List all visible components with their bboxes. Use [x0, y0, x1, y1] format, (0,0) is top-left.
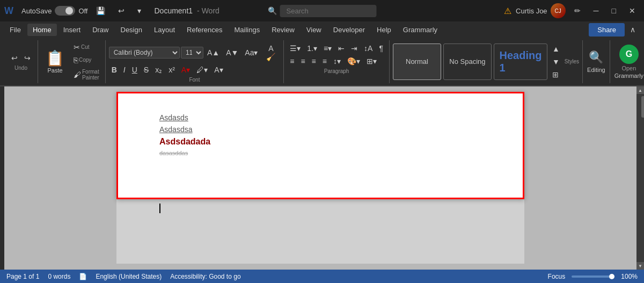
para-row1: ☰▾ 1.▾ ≡▾ ⇤ ⇥ ↕A ¶ — [287, 42, 386, 54]
paste-button[interactable]: 📋 Paste — [41, 42, 69, 81]
menu-developer[interactable]: Developer — [328, 24, 370, 36]
highlight-button[interactable]: 🖊▾ — [194, 64, 210, 76]
grammarly-group: G Open Grammarly — [610, 40, 644, 83]
menu-layout[interactable]: Layout — [149, 24, 180, 36]
page-bottom[interactable] — [116, 199, 524, 264]
decrease-indent-button[interactable]: ⇤ — [335, 42, 347, 54]
doc-line-3[interactable]: Asdsdadada — [159, 137, 492, 147]
title-bar-right: ⚠ Curtis Joe CJ ✏ ─ □ ✕ — [504, 3, 640, 18]
clipboard-right: ✂ Cut ⎘ Copy 🖌 Format Painter — [71, 42, 102, 81]
ribbon-expand-button[interactable]: ∧ — [626, 23, 640, 36]
warning-icon: ⚠ — [504, 6, 511, 16]
menu-grammarly[interactable]: Grammarly — [398, 24, 443, 36]
page-content[interactable]: Asdasds Asdasdsa Asdsdadada dasasddas — [116, 92, 524, 170]
underline-button[interactable]: U — [129, 64, 140, 76]
menu-file[interactable]: File — [4, 24, 26, 36]
format-painter-button[interactable]: 🖌 Format Painter — [71, 67, 102, 82]
share-button[interactable]: Share — [589, 23, 625, 37]
app-suffix: - Word — [197, 6, 219, 15]
font-name-select[interactable]: Calibri (Body) — [109, 47, 180, 59]
align-left-button[interactable]: ≡ — [287, 55, 297, 67]
status-bar: Page 1 of 1 0 words 📄 English (United St… — [0, 270, 644, 283]
line-spacing-button[interactable]: ↕▾ — [331, 55, 343, 67]
grammarly-g: G — [626, 49, 632, 59]
superscript-button[interactable]: x² — [166, 64, 178, 76]
undo-title-button[interactable]: ↩ — [114, 4, 129, 17]
menu-mailings[interactable]: Mailings — [229, 24, 266, 36]
increase-indent-button[interactable]: ⇥ — [348, 42, 360, 54]
styles-more-button[interactable]: ⊞ — [550, 69, 562, 81]
scroll-thumb[interactable] — [641, 96, 644, 118]
doc-line-4[interactable]: dasasddas — [159, 150, 492, 156]
doc-line-2[interactable]: Asdasdsa — [159, 125, 492, 134]
search-input[interactable] — [280, 5, 377, 17]
scroll-up-button[interactable]: ▲ — [636, 86, 644, 94]
menu-insert[interactable]: Insert — [58, 24, 86, 36]
scrollbar[interactable]: ▲ ▼ — [636, 86, 644, 270]
styles-up-button[interactable]: ▲ — [550, 43, 562, 55]
scroll-down-button[interactable]: ▼ — [636, 262, 644, 270]
heading1-style-button[interactable]: Heading 1 — [494, 43, 547, 80]
undo-label: Undo — [14, 65, 27, 71]
grow-font-button[interactable]: A▲ — [204, 47, 222, 59]
status-right: Focus 100% — [548, 273, 638, 280]
menu-references[interactable]: References — [181, 24, 228, 36]
minimize-button[interactable]: ─ — [589, 4, 603, 17]
save-button[interactable]: 💾 — [92, 4, 109, 17]
zoom-slider[interactable] — [572, 275, 614, 278]
paste-label: Paste — [47, 67, 62, 74]
strikethrough-button[interactable]: S — [141, 64, 151, 76]
show-marks-button[interactable]: ¶ — [376, 42, 386, 54]
font-color-button[interactable]: A▾ — [179, 64, 193, 76]
clipboard-group: 📋 Paste ✂ Cut ⎘ Copy 🖌 Format Painter — [38, 40, 106, 83]
italic-button[interactable]: I — [121, 64, 128, 76]
redo-button[interactable]: ↪ — [21, 52, 33, 64]
change-case-button[interactable]: Aa▾ — [242, 47, 260, 59]
autosave-label: AutoSave — [21, 7, 52, 15]
title-bar-left: W AutoSave Off 💾 ↩ ▾ Document1 - Word — [4, 4, 500, 17]
subscript-button[interactable]: x₂ — [152, 64, 165, 76]
editing-icon: 🔍 — [589, 50, 603, 64]
bold-button[interactable]: B — [109, 64, 120, 76]
styles-group: Normal No Spacing Heading 1 ▲ ▼ ⊞ Styles — [390, 40, 583, 83]
menu-review[interactable]: Review — [266, 24, 300, 36]
copy-button[interactable]: ⎘ Copy — [71, 54, 102, 66]
font-size-select[interactable]: 11 — [181, 47, 203, 59]
menu-bar: File Home Insert Draw Design Layout Refe… — [0, 21, 644, 38]
cut-button[interactable]: ✂ Cut — [71, 41, 102, 53]
undo-row: ↩ ↪ — [9, 52, 33, 64]
sort-button[interactable]: ↕A — [361, 42, 375, 54]
multilevel-button[interactable]: ≡▾ — [321, 42, 334, 54]
text-effects-button[interactable]: A▾ — [211, 64, 225, 76]
numbering-button[interactable]: 1.▾ — [304, 42, 320, 54]
user-area: Curtis Joe CJ — [516, 3, 566, 18]
page-info: Page 1 of 1 — [6, 273, 39, 280]
menu-home[interactable]: Home — [27, 24, 57, 36]
doc-line-1[interactable]: Asdasds — [159, 113, 492, 122]
align-center-button[interactable]: ≡ — [298, 55, 308, 67]
pen-button[interactable]: ✏ — [570, 4, 585, 17]
menu-draw[interactable]: Draw — [87, 24, 114, 36]
justify-button[interactable]: ≡ — [320, 55, 330, 67]
bullets-button[interactable]: ☰▾ — [287, 42, 303, 54]
clear-format-button[interactable]: A🧹 — [261, 42, 280, 63]
document-container[interactable]: Asdasds Asdasdsa Asdsdadada dasasddas — [4, 86, 636, 270]
menu-design[interactable]: Design — [115, 24, 148, 36]
shrink-font-button[interactable]: A▼ — [223, 47, 241, 59]
more-title-button[interactable]: ▾ — [133, 4, 145, 17]
normal-style-button[interactable]: Normal — [393, 43, 441, 80]
undo-button[interactable]: ↩ — [9, 52, 20, 64]
maximize-button[interactable]: □ — [608, 4, 620, 17]
no-spacing-style-button[interactable]: No Spacing — [443, 43, 492, 80]
align-right-button[interactable]: ≡ — [309, 55, 319, 67]
shading-button[interactable]: 🎨▾ — [345, 55, 363, 67]
menu-view[interactable]: View — [301, 24, 327, 36]
styles-down-button[interactable]: ▼ — [550, 56, 562, 68]
borders-button[interactable]: ⊞▾ — [364, 55, 379, 67]
font-name-row: Calibri (Body) 11 A▲ A▼ Aa▾ A🧹 — [109, 42, 281, 63]
menu-help[interactable]: Help — [371, 24, 397, 36]
open-label: Open — [621, 65, 636, 71]
close-button[interactable]: ✕ — [625, 4, 640, 17]
document-page[interactable]: Asdasds Asdasdsa Asdsdadada dasasddas — [116, 92, 524, 199]
autosave-toggle[interactable] — [55, 6, 75, 16]
